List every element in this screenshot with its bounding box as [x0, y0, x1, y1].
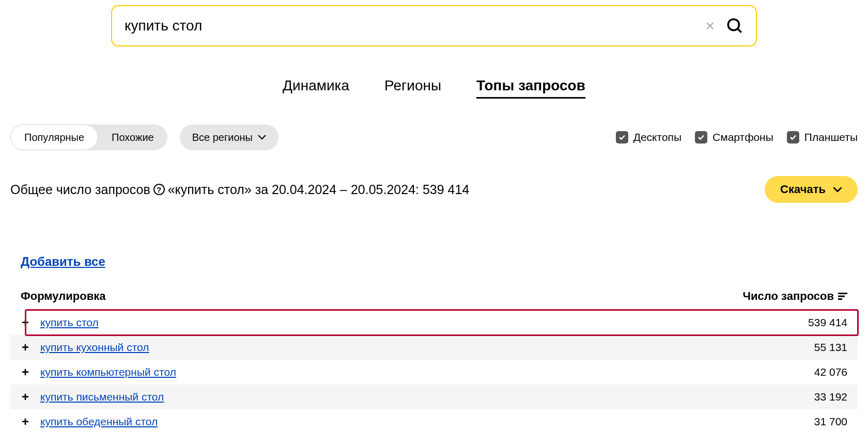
- checkbox-desktops[interactable]: Десктопы: [616, 131, 681, 143]
- row-count: 33 192: [814, 391, 847, 403]
- segment-popular[interactable]: Популярные: [10, 124, 98, 150]
- row-count: 539 414: [808, 316, 847, 329]
- download-button[interactable]: Скачать: [765, 176, 858, 203]
- row-left: +купить кухонный стол: [21, 340, 149, 355]
- checkbox-label: Планшеты: [804, 131, 858, 143]
- chevron-down-icon: [833, 187, 842, 193]
- search-section: ×: [111, 5, 757, 46]
- region-filter[interactable]: Все регионы: [180, 124, 278, 150]
- add-row-button[interactable]: +: [21, 340, 30, 355]
- add-row-button[interactable]: +: [21, 414, 30, 429]
- row-left: +купить стол: [21, 315, 99, 330]
- table-header: Формулировка Число запросов: [10, 284, 858, 310]
- tab-dynamics[interactable]: Динамика: [283, 77, 349, 99]
- svg-rect-2: [838, 293, 847, 294]
- summary-row: Общее число запросов ? «купить стол» за …: [10, 176, 858, 203]
- clear-icon[interactable]: ×: [698, 18, 722, 34]
- tab-tops[interactable]: Топы запросов: [476, 77, 585, 99]
- sort-icon: [838, 290, 847, 303]
- search-icon[interactable]: [722, 17, 743, 35]
- row-phrase-link[interactable]: купить письменный стол: [40, 391, 164, 403]
- check-icon: [695, 131, 707, 143]
- row-left: +купить компьютерный стол: [21, 365, 176, 379]
- table-row: +купить обеденный стол31 700: [10, 409, 858, 434]
- row-phrase-link[interactable]: купить обеденный стол: [40, 416, 158, 428]
- svg-line-1: [738, 29, 741, 33]
- left-controls: Популярные Похожие Все регионы: [10, 124, 278, 150]
- results-table: Формулировка Число запросов +купить стол…: [10, 284, 858, 434]
- row-left: +купить письменный стол: [21, 390, 164, 404]
- tab-regions[interactable]: Регионы: [384, 77, 441, 99]
- checkbox-label: Смартфоны: [712, 131, 773, 143]
- search-box: ×: [111, 5, 757, 46]
- add-row-button[interactable]: +: [21, 390, 30, 404]
- segmented-control: Популярные Похожие: [10, 124, 167, 150]
- device-filters: Десктопы Смартфоны Планшеты: [616, 131, 858, 143]
- row-count: 31 700: [814, 416, 847, 428]
- segment-similar[interactable]: Похожие: [98, 124, 167, 150]
- download-label: Скачать: [780, 183, 826, 196]
- table-row: +купить письменный стол33 192: [10, 385, 858, 409]
- column-count[interactable]: Число запросов: [743, 290, 847, 303]
- row-count: 55 131: [814, 341, 847, 354]
- column-count-label: Число запросов: [743, 290, 834, 303]
- highlight-annotation: [25, 309, 859, 336]
- summary-text: Общее число запросов ? «купить стол» за …: [10, 182, 469, 197]
- checkbox-smartphones[interactable]: Смартфоны: [695, 131, 773, 143]
- help-icon[interactable]: ?: [153, 184, 165, 195]
- row-count: 42 076: [814, 366, 847, 378]
- row-phrase-link[interactable]: купить кухонный стол: [40, 341, 149, 354]
- controls-row: Популярные Похожие Все регионы Десктопы …: [10, 124, 858, 150]
- svg-rect-3: [838, 296, 845, 297]
- search-input[interactable]: [125, 18, 698, 34]
- table-row: +купить кухонный стол55 131: [10, 335, 858, 360]
- row-phrase-link[interactable]: купить компьютерный стол: [40, 366, 176, 378]
- row-phrase-link[interactable]: купить стол: [40, 316, 99, 329]
- table-row: +купить компьютерный стол42 076: [10, 360, 858, 385]
- checkbox-label: Десктопы: [633, 131, 681, 143]
- chevron-down-icon: [258, 135, 266, 140]
- column-phrase: Формулировка: [21, 290, 105, 303]
- check-icon: [616, 131, 628, 143]
- add-all-link[interactable]: Добавить все: [21, 254, 105, 268]
- checkbox-tablets[interactable]: Планшеты: [787, 131, 858, 143]
- add-row-button[interactable]: +: [21, 365, 30, 379]
- region-filter-label: Все регионы: [192, 132, 253, 143]
- row-left: +купить обеденный стол: [21, 414, 158, 429]
- svg-rect-4: [838, 298, 842, 300]
- table-row: +купить стол539 414: [10, 310, 858, 335]
- add-all-section: Добавить все: [10, 254, 858, 269]
- summary-suffix: «купить стол» за 20.04.2024 – 20.05.2024…: [168, 182, 470, 197]
- add-row-button[interactable]: +: [21, 315, 30, 330]
- svg-point-0: [728, 19, 739, 30]
- summary-prefix: Общее число запросов: [10, 182, 150, 197]
- check-icon: [787, 131, 799, 143]
- tabs: Динамика Регионы Топы запросов: [10, 77, 858, 99]
